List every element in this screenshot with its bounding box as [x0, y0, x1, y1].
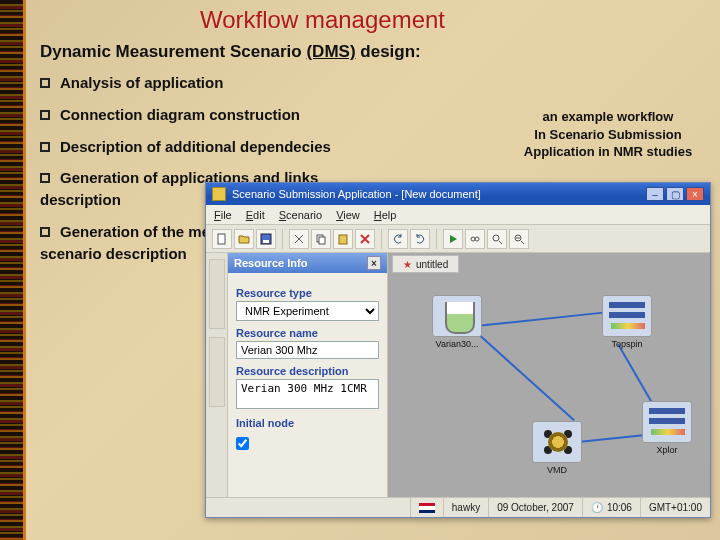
bullet-square-icon [40, 173, 50, 183]
node-label: VMD [528, 465, 586, 475]
connection-line [476, 312, 604, 327]
copy-button[interactable] [311, 229, 331, 249]
connection-line [475, 331, 574, 421]
node-varian[interactable]: Varian30... [428, 295, 486, 349]
panel-close-button[interactable]: × [367, 256, 381, 270]
node-label: Varian30... [428, 339, 486, 349]
decorative-left-strip [0, 0, 26, 540]
initial-node-checkbox[interactable] [236, 437, 249, 450]
sidebar-tab[interactable] [209, 337, 225, 407]
bullet-square-icon [40, 110, 50, 120]
bullet-square-icon [40, 142, 50, 152]
new-button[interactable] [212, 229, 232, 249]
resource-desc-label: Resource description [236, 365, 379, 377]
svg-rect-5 [339, 235, 347, 244]
save-button[interactable] [256, 229, 276, 249]
bullet-item: Connection diagram construction [40, 104, 350, 126]
svg-rect-2 [263, 240, 269, 243]
svg-rect-4 [319, 237, 325, 244]
resource-type-label: Resource type [236, 287, 379, 299]
bullet-square-icon [40, 227, 50, 237]
menu-scenario[interactable]: Scenario [279, 209, 322, 221]
resource-info-panel: Resource Info × Resource type NMR Experi… [228, 253, 388, 497]
workflow-canvas[interactable]: ★ untitled Varian30... Topspin Xplo [388, 253, 710, 497]
cut-button[interactable] [289, 229, 309, 249]
unsaved-icon: ★ [403, 259, 412, 270]
server-rack-icon [602, 295, 652, 337]
server-rack-icon [642, 401, 692, 443]
toolbar [206, 225, 710, 253]
svg-rect-0 [218, 234, 225, 244]
document-tab[interactable]: ★ untitled [392, 255, 459, 273]
menubar: File Edit Scenario View Help [206, 205, 710, 225]
svg-point-6 [471, 237, 475, 241]
resource-type-select[interactable]: NMR Experiment [236, 301, 379, 321]
link-button[interactable] [465, 229, 485, 249]
window-minimize-button[interactable]: – [646, 187, 664, 201]
paste-button[interactable] [333, 229, 353, 249]
status-time: 🕐 10:06 [582, 498, 640, 517]
node-xplor[interactable]: Xplor [638, 401, 696, 455]
node-vmd[interactable]: VMD [528, 421, 586, 475]
menu-edit[interactable]: Edit [246, 209, 265, 221]
status-timezone: GMT+01:00 [640, 498, 710, 517]
undo-button[interactable] [388, 229, 408, 249]
svg-point-8 [493, 235, 499, 241]
bullet-text: Connection diagram construction [60, 106, 300, 123]
app-icon [212, 187, 226, 201]
document-tab-label: untitled [416, 259, 448, 270]
menu-help[interactable]: Help [374, 209, 397, 221]
subtitle-tail: design: [360, 42, 420, 61]
status-locale [410, 498, 443, 517]
window-titlebar[interactable]: Scenario Submission Application - [New d… [206, 183, 710, 205]
window-title: Scenario Submission Application - [New d… [232, 188, 481, 200]
initial-node-label: Initial node [236, 417, 379, 429]
bullet-text: Description of additional dependecies [60, 138, 331, 155]
example-caption: an example workflow In Scenario Submissi… [508, 108, 708, 161]
redo-button[interactable] [410, 229, 430, 249]
run-button[interactable] [443, 229, 463, 249]
menu-view[interactable]: View [336, 209, 360, 221]
slide-title: Workflow management [200, 6, 445, 34]
node-label: Topspin [598, 339, 656, 349]
bullet-item: Description of additional dependecies [40, 136, 350, 158]
caption-line: Application in NMR studies [508, 143, 708, 161]
subtitle-lead: Dynamic Measurement Scenario [40, 42, 302, 61]
beaker-icon [432, 295, 482, 337]
sidebar-tab[interactable] [209, 259, 225, 329]
status-user: hawky [443, 498, 488, 517]
node-label: Xplor [638, 445, 696, 455]
bullet-square-icon [40, 78, 50, 88]
left-sidebar [206, 253, 228, 497]
scenario-app-window: Scenario Submission Application - [New d… [205, 182, 711, 518]
uk-flag-icon [419, 503, 435, 513]
caption-line: an example workflow [508, 108, 708, 126]
connection-line [617, 344, 654, 406]
slide-subtitle: Dynamic Measurement Scenario (DMS) desig… [40, 42, 421, 62]
statusbar: hawky 09 October, 2007 🕐 10:06 GMT+01:00 [206, 497, 710, 517]
node-topspin[interactable]: Topspin [598, 295, 656, 349]
window-close-button[interactable]: × [686, 187, 704, 201]
zoom-in-button[interactable] [487, 229, 507, 249]
caption-line: In Scenario Submission [508, 126, 708, 144]
window-maximize-button[interactable]: ▢ [666, 187, 684, 201]
resource-name-label: Resource name [236, 327, 379, 339]
subtitle-abbr: (DMS) [306, 42, 355, 61]
resource-name-input[interactable] [236, 341, 379, 359]
menu-file[interactable]: File [214, 209, 232, 221]
status-date: 09 October, 2007 [488, 498, 582, 517]
delete-button[interactable] [355, 229, 375, 249]
open-button[interactable] [234, 229, 254, 249]
bullet-item: Analysis of application [40, 72, 350, 94]
bullet-text: Analysis of application [60, 74, 223, 91]
panel-title: Resource Info [234, 257, 307, 269]
resource-desc-input[interactable]: Verian 300 MHz 1CMR [236, 379, 379, 409]
zoom-out-button[interactable] [509, 229, 529, 249]
molecule-icon [532, 421, 582, 463]
svg-point-7 [475, 237, 479, 241]
